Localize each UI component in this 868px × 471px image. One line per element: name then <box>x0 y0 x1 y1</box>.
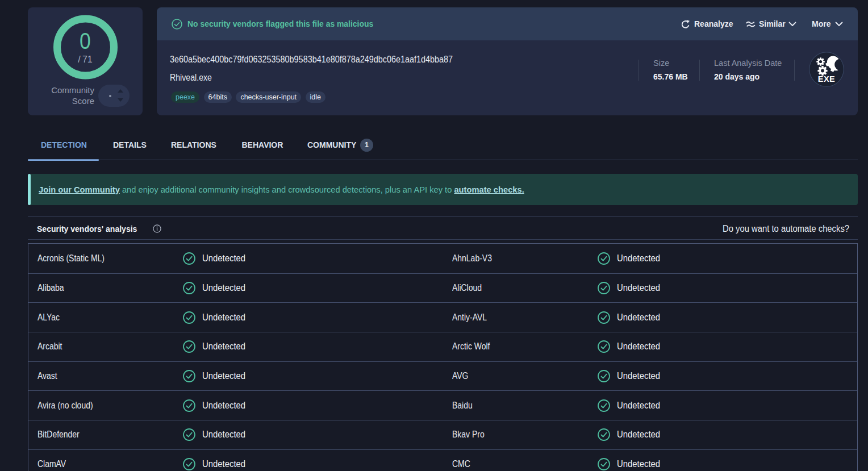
svg-text:EXE: EXE <box>817 74 835 84</box>
